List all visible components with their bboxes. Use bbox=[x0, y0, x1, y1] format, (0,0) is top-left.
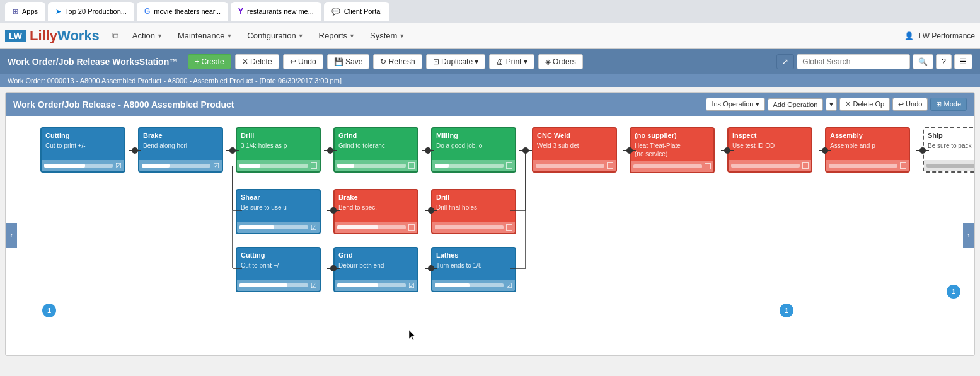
menu-button[interactable]: ☰ bbox=[954, 54, 972, 69]
toolbar: Work Order/Job Release WorksStation™ + C… bbox=[0, 49, 980, 74]
op-drill2[interactable]: Drill Drill final holes bbox=[431, 189, 516, 234]
add-operation-dropdown-icon[interactable]: ▾ bbox=[826, 98, 837, 111]
undo-button[interactable]: ↩ Undo bbox=[283, 54, 323, 69]
logo-icon: LW bbox=[5, 30, 26, 42]
orders-button[interactable]: ◈ Orders bbox=[538, 54, 583, 69]
nav-right: 👤 LW Performance bbox=[904, 31, 975, 40]
toolbar-search: ⤢ 🔍 ? ☰ bbox=[776, 54, 972, 69]
chat-icon: 💬 bbox=[331, 8, 340, 16]
op-ship1[interactable]: Ship Be sure to pack bbox=[923, 127, 974, 173]
tab-google-label: movie theaters near... bbox=[154, 8, 221, 15]
tab-clientportal-label: Client Portal bbox=[344, 8, 382, 15]
tab-google[interactable]: G movie theaters near... bbox=[137, 2, 228, 21]
section-header-actions: Ins Operation ▾ Add Operation ▾ ✕ Delete… bbox=[706, 98, 967, 111]
duplicate-button[interactable]: ⊡ Duplicate ▾ bbox=[426, 54, 486, 69]
search-button[interactable]: 🔍 bbox=[913, 54, 933, 69]
action-dropdown-icon: ▼ bbox=[157, 33, 163, 39]
svg-point-1 bbox=[132, 147, 138, 154]
nav-reports[interactable]: Reports ▼ bbox=[313, 27, 361, 44]
undo-op-button[interactable]: ↩ Undo bbox=[892, 98, 928, 111]
logo-text: LillyWorks bbox=[30, 28, 100, 44]
system-dropdown-icon: ▼ bbox=[399, 33, 405, 39]
op-nosupplier1[interactable]: (no supplier) Heat Treat-Plate(no servic… bbox=[630, 127, 715, 173]
tab-yahoo-label: restaurants new me... bbox=[247, 8, 314, 15]
toolbar-title: Work Order/Job Release WorksStation™ bbox=[8, 57, 178, 67]
logo-area: LW LillyWorks bbox=[5, 28, 100, 44]
op-grid1[interactable]: Grid Deburr both end ☑ bbox=[333, 247, 418, 292]
yahoo-icon: Y bbox=[238, 7, 243, 16]
cursor bbox=[409, 330, 417, 341]
user-info: LW Performance bbox=[919, 31, 975, 40]
breadcrumb: Work Order: 0000013 - A8000 Assembled Pr… bbox=[0, 74, 980, 87]
nav-copy-icon[interactable]: ⧉ bbox=[112, 30, 118, 41]
toggle-left-arrow[interactable]: ‹ bbox=[6, 223, 17, 248]
nav-action[interactable]: Action ▼ bbox=[126, 27, 169, 44]
delete-button[interactable]: ✕ Delete bbox=[235, 54, 279, 69]
delete-op-button[interactable]: ✕ Delete Op bbox=[839, 98, 890, 111]
badge-5: 1 bbox=[947, 285, 960, 299]
tab-yahoo[interactable]: Y restaurants new me... bbox=[231, 2, 321, 21]
workflow-canvas: ‹ Cutting Cut to print +/- ☑ Brake Bend … bbox=[6, 116, 974, 355]
op-cncweld1[interactable]: CNC Weld Weld 3 sub det bbox=[532, 127, 617, 173]
expand-icon[interactable]: ⤢ bbox=[776, 54, 794, 69]
badge-4: 1 bbox=[780, 304, 793, 317]
svg-point-3 bbox=[229, 147, 236, 154]
op-assembly1[interactable]: Assembly Assemble and p bbox=[825, 127, 910, 173]
section-header: Work Order/Job Release - A8000 Assembled… bbox=[6, 93, 974, 116]
nav-configuration[interactable]: Configuration ▼ bbox=[241, 27, 309, 44]
tab-top20-label: Top 20 Production... bbox=[65, 8, 127, 15]
toggle-right-arrow[interactable]: › bbox=[963, 223, 974, 248]
create-button[interactable]: + Create bbox=[188, 54, 231, 69]
svg-point-5 bbox=[327, 147, 333, 154]
op-cutting1[interactable]: Cutting Cut to print +/- ☑ bbox=[40, 127, 125, 173]
op-milling1[interactable]: Milling Do a good job, o bbox=[431, 127, 516, 173]
refresh-button[interactable]: ↻ Refresh bbox=[373, 54, 422, 69]
apps-grid-icon: ⊞ bbox=[13, 8, 18, 16]
op-brake2[interactable]: Brake Bend to spec. bbox=[333, 189, 418, 234]
mode-button[interactable]: ⊞ Mode bbox=[930, 98, 967, 111]
google-icon: G bbox=[144, 7, 150, 16]
tab-top20[interactable]: ➤ Top 20 Production... bbox=[48, 2, 134, 21]
op-lathes1[interactable]: Lathes Turn ends to 1/8 ☑ bbox=[431, 247, 516, 292]
main-content: Work Order/Job Release - A8000 Assembled… bbox=[5, 92, 975, 356]
op-cutting2[interactable]: Cutting Cut to print +/- ☑ bbox=[236, 247, 321, 292]
configuration-dropdown-icon: ▼ bbox=[298, 33, 304, 39]
tab-apps[interactable]: ⊞ Apps bbox=[5, 2, 45, 21]
op-drill1[interactable]: Drill 3 1/4: holes as p bbox=[236, 127, 321, 173]
add-operation-button[interactable]: Add Operation bbox=[768, 98, 824, 111]
user-icon: 👤 bbox=[904, 31, 914, 40]
section-title: Work Order/Job Release - A8000 Assembled… bbox=[13, 100, 234, 110]
badge-1: 1 bbox=[42, 304, 56, 317]
global-search-input[interactable] bbox=[797, 54, 910, 69]
print-button[interactable]: 🖨 Print ▾ bbox=[489, 54, 534, 69]
tab-apps-label: Apps bbox=[22, 8, 38, 15]
reports-dropdown-icon: ▼ bbox=[349, 33, 355, 39]
save-button[interactable]: 💾 Save bbox=[327, 54, 370, 69]
ins-operation-button[interactable]: Ins Operation ▾ bbox=[706, 98, 764, 111]
nav-system[interactable]: System ▼ bbox=[364, 27, 411, 44]
help-button[interactable]: ? bbox=[936, 54, 952, 69]
op-shear1[interactable]: Shear Be sure to use u ☑ bbox=[236, 189, 321, 234]
tab-clientportal[interactable]: 💬 Client Portal bbox=[324, 2, 389, 21]
maintenance-dropdown-icon: ▼ bbox=[226, 33, 232, 39]
op-grind1[interactable]: Grind Grind to toleranc bbox=[333, 127, 418, 173]
nav-maintenance[interactable]: Maintenance ▼ bbox=[171, 27, 238, 44]
browser-tabs: ⊞ Apps ➤ Top 20 Production... G movie th… bbox=[0, 0, 980, 23]
top20-icon: ➤ bbox=[55, 8, 61, 16]
svg-point-7 bbox=[425, 147, 431, 154]
op-inspect1[interactable]: Inspect Use test ID OD bbox=[727, 127, 812, 173]
op-brake1[interactable]: Brake Bend along hori ☑ bbox=[138, 127, 223, 173]
nav-menu: Action ▼ Maintenance ▼ Configuration ▼ R… bbox=[126, 27, 904, 44]
top-nav: LW LillyWorks ⧉ Action ▼ Maintenance ▼ C… bbox=[0, 23, 980, 49]
svg-point-9 bbox=[522, 147, 529, 154]
